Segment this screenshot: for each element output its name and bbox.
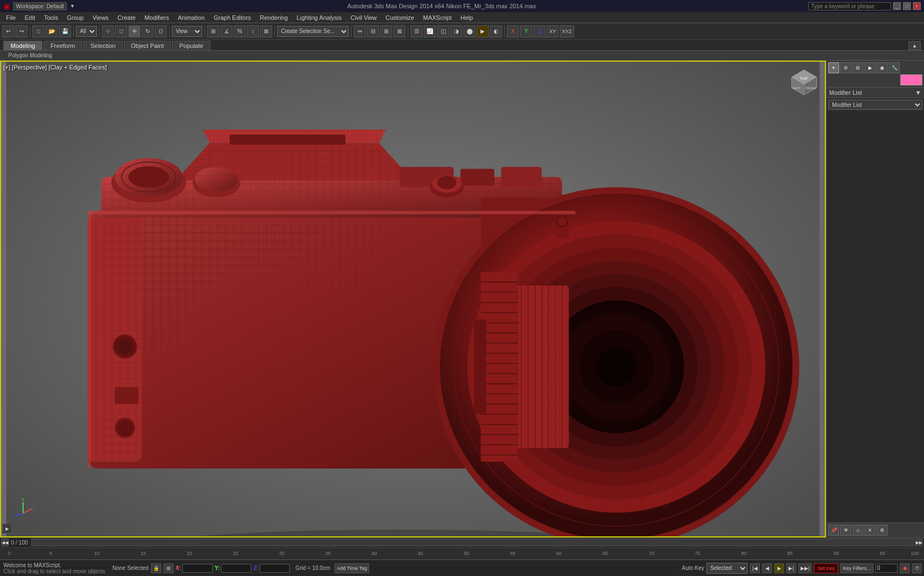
absolute-coords-button[interactable]: ⊞ bbox=[164, 563, 174, 573]
tab-selection[interactable]: Selection bbox=[83, 41, 122, 50]
mirror-button[interactable]: ⇔ bbox=[354, 25, 366, 37]
close-button[interactable]: × bbox=[913, 2, 921, 10]
configure-modifiers-button[interactable]: ⚙ bbox=[877, 525, 888, 536]
menu-graph-editors[interactable]: Graph Editors bbox=[210, 14, 255, 21]
search-input[interactable]: Type a keyword or phrase bbox=[808, 2, 891, 10]
menu-modifiers[interactable]: Modifiers bbox=[141, 14, 173, 21]
redo-button[interactable]: ↪ bbox=[15, 25, 28, 37]
timeline-start-button[interactable]: ◀◀ bbox=[1, 539, 9, 546]
set-key-button[interactable]: Set Key bbox=[814, 563, 838, 573]
menu-tools[interactable]: Tools bbox=[40, 14, 62, 21]
hierarchy-panel-button[interactable]: ⊞ bbox=[852, 62, 863, 73]
array-button[interactable]: ⊞ bbox=[380, 25, 392, 37]
x-axis-button[interactable]: X bbox=[507, 25, 519, 37]
selection-lock-button[interactable]: 🔒 bbox=[151, 563, 161, 573]
frame-input[interactable] bbox=[876, 564, 898, 573]
menu-rendering[interactable]: Rendering bbox=[256, 14, 292, 21]
y-axis-button[interactable]: Y bbox=[520, 25, 532, 37]
render-setup-button[interactable]: ⬤ bbox=[463, 25, 475, 37]
utilities-panel-button[interactable]: 🔧 bbox=[889, 62, 900, 73]
add-time-tag-button[interactable]: Add Time Tag bbox=[334, 563, 369, 573]
color-swatch[interactable] bbox=[900, 74, 922, 85]
quick-align-button[interactable]: ⊠ bbox=[393, 25, 406, 37]
play-button[interactable]: ▶ bbox=[774, 563, 784, 573]
play-animation-button[interactable]: ▶ bbox=[2, 524, 12, 534]
menu-create[interactable]: Create bbox=[114, 14, 139, 21]
timeline-track[interactable] bbox=[31, 539, 914, 546]
menu-maxscript[interactable]: MAXScript bbox=[419, 14, 456, 21]
next-frame-button[interactable]: ▶| bbox=[786, 563, 796, 573]
undo-button[interactable]: ↩ bbox=[2, 25, 14, 37]
y-value-input[interactable] bbox=[221, 564, 251, 573]
select-filter[interactable]: All bbox=[76, 26, 97, 37]
key-filters-button[interactable]: Key Filters... bbox=[840, 563, 873, 573]
menu-animation[interactable]: Animation bbox=[174, 14, 209, 21]
angle-snap-button[interactable]: ∡ bbox=[220, 25, 233, 37]
menu-lighting-analysis[interactable]: Lighting Analysis bbox=[293, 14, 345, 21]
view-dropdown[interactable]: View bbox=[172, 26, 202, 37]
remove-modifier-button[interactable]: ✕ bbox=[864, 525, 876, 536]
menu-edit[interactable]: Edit bbox=[21, 14, 39, 21]
go-to-start-button[interactable]: |◀ bbox=[750, 563, 760, 573]
rotate-tool-button[interactable]: ↻ bbox=[142, 25, 154, 37]
spinner-snap-button[interactable]: ↕ bbox=[247, 25, 259, 37]
edit-named-button[interactable]: ⊠ bbox=[260, 25, 272, 37]
select-tool-button[interactable]: ⊹ bbox=[102, 25, 114, 37]
align-button[interactable]: ⊟ bbox=[367, 25, 379, 37]
xy-axis-button[interactable]: XY bbox=[547, 25, 559, 37]
z-value-input[interactable] bbox=[260, 564, 290, 573]
workspace-arrow-icon[interactable]: ▼ bbox=[70, 3, 75, 9]
tab-freeform[interactable]: Freeform bbox=[44, 41, 83, 50]
pin-stack-button[interactable]: 📌 bbox=[828, 525, 839, 536]
open-file-button[interactable]: 📂 bbox=[46, 25, 58, 37]
viewport[interactable]: [+] [Perspective] [Clay + Edged Faces] bbox=[0, 61, 826, 537]
layer-manager-button[interactable]: ☰ bbox=[410, 25, 423, 37]
scale-tool-button[interactable]: ⟨⟩ bbox=[155, 25, 167, 37]
curve-editor-button[interactable]: 📈 bbox=[424, 25, 436, 37]
move-tool-button[interactable]: ✛ bbox=[128, 25, 141, 37]
tab-populate[interactable]: Populate bbox=[172, 41, 210, 50]
create-panel-button[interactable]: ✦ bbox=[828, 62, 839, 73]
workspace-dropdown[interactable]: Workspace: Default bbox=[13, 2, 67, 10]
modify-panel-button[interactable]: ⚙ bbox=[840, 62, 851, 73]
record-button[interactable]: ⏺ bbox=[900, 563, 910, 573]
minimize-button[interactable]: _ bbox=[893, 2, 901, 10]
prev-frame-button[interactable]: ◀ bbox=[762, 563, 772, 573]
time-config-button[interactable]: ⏱ bbox=[912, 563, 922, 573]
create-selection-dropdown[interactable]: Create Selection Se... bbox=[277, 26, 349, 37]
material-editor-button[interactable]: ◑ bbox=[450, 25, 462, 37]
menu-group[interactable]: Group bbox=[63, 14, 88, 21]
select-region-button[interactable]: □ bbox=[115, 25, 127, 37]
menu-file[interactable]: File bbox=[2, 14, 20, 21]
tab-modeling[interactable]: Modeling bbox=[3, 41, 42, 50]
z-axis-button[interactable]: Z bbox=[533, 25, 545, 37]
go-to-end-button[interactable]: ▶▶| bbox=[798, 563, 812, 573]
save-file-button[interactable]: 💾 bbox=[59, 25, 71, 37]
tab-object-paint[interactable]: Object Paint bbox=[124, 41, 171, 50]
menu-views[interactable]: Views bbox=[89, 14, 112, 21]
navigation-cube[interactable]: TOP LEFT FRONT bbox=[789, 67, 819, 98]
menu-customize[interactable]: Customize bbox=[382, 14, 418, 21]
xyz-axis-button[interactable]: XYZ bbox=[560, 25, 574, 37]
timeline-end-button[interactable]: ▶▶ bbox=[915, 539, 923, 546]
modifier-show-button[interactable]: 👁 bbox=[840, 525, 851, 536]
menu-help[interactable]: Help bbox=[457, 14, 477, 21]
modifier-dropdown-arrow[interactable]: ▼ bbox=[915, 89, 921, 96]
modifier-dropdown[interactable]: Modifier List bbox=[828, 100, 922, 110]
schematic-view-button[interactable]: ◫ bbox=[437, 25, 449, 37]
maximize-button[interactable]: □ bbox=[903, 2, 911, 10]
menu-civil-view[interactable]: Civil View bbox=[347, 14, 380, 21]
display-panel-button[interactable]: ◉ bbox=[877, 62, 888, 73]
snap-toggle-button[interactable]: ⊞ bbox=[207, 25, 219, 37]
motion-panel-button[interactable]: ▶ bbox=[864, 62, 876, 73]
auto-key-dropdown[interactable]: Selected bbox=[706, 563, 748, 574]
x-value-input[interactable] bbox=[182, 564, 213, 573]
ribbon-expand-button[interactable]: ▲ bbox=[909, 41, 921, 50]
render-button[interactable]: ▶ bbox=[477, 25, 489, 37]
make-unique-button[interactable]: ◇ bbox=[852, 525, 863, 536]
sub-ribbon-polygon-modeling[interactable]: Polygon Modeling bbox=[3, 51, 57, 60]
percent-snap-button[interactable]: % bbox=[234, 25, 246, 37]
modifier-list-input[interactable]: Modifier List bbox=[826, 98, 924, 111]
activeshade-button[interactable]: ◐ bbox=[490, 25, 502, 37]
new-file-button[interactable]: □ bbox=[33, 25, 45, 37]
